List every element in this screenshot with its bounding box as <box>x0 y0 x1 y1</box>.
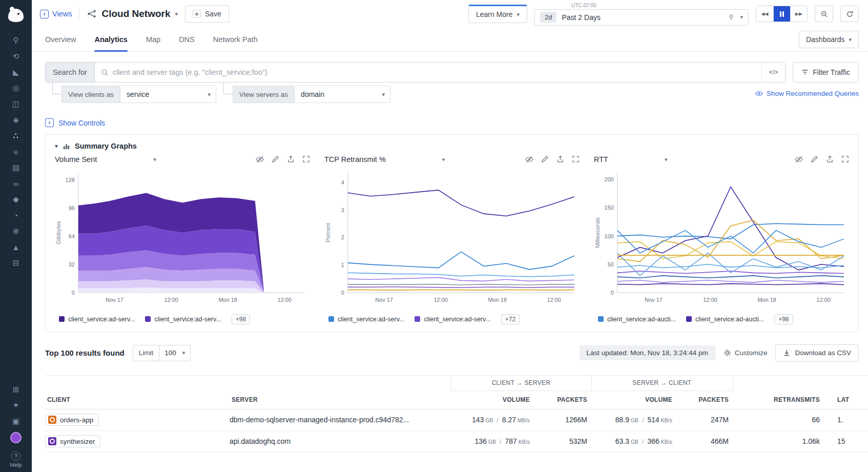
tab-overview[interactable]: Overview <box>45 28 76 51</box>
learn-more-button[interactable]: Learn More ▾ <box>468 5 527 23</box>
export-icon[interactable] <box>826 155 834 163</box>
search-input[interactable] <box>113 68 761 76</box>
hide-series-icon[interactable] <box>256 155 264 163</box>
col-cs-packets[interactable]: PACKETS <box>534 391 591 409</box>
tcp-retransmit-chart[interactable]: 01234Nov 1712:00Mon 1812:00Percent <box>324 167 580 312</box>
view-as-row: View clients as service ▾ View servers a… <box>45 86 859 103</box>
view-servers-select[interactable]: domain ▾ <box>294 86 390 103</box>
integrations-icon[interactable]: ◈ <box>8 114 24 126</box>
user-avatar[interactable] <box>10 432 22 443</box>
logs-icon[interactable]: ≡ <box>8 146 24 157</box>
legend-item[interactable]: client_service:ad-aucti... <box>598 316 676 323</box>
time-range-picker[interactable]: UTC-07:00 2d Past 2 Days ▾ <box>534 3 749 26</box>
time-range-box[interactable]: 2d Past 2 Days ▾ <box>534 9 749 26</box>
legend-item[interactable]: client_service:ad-serv... <box>59 316 135 323</box>
watchdog-icon[interactable]: ◫ <box>8 98 24 110</box>
infrastructure-icon[interactable]: ▤ <box>8 162 24 173</box>
pin-icon[interactable] <box>728 14 735 21</box>
error-tracking-icon[interactable]: ⊗ <box>8 225 24 237</box>
col-retransmits[interactable]: RETRANSMITS <box>733 391 824 409</box>
fullscreen-icon[interactable] <box>841 155 849 163</box>
search-icon[interactable]: ⚲ <box>8 35 24 46</box>
network-icon[interactable]: ∴ <box>8 130 24 141</box>
client-chip[interactable]: orders-app <box>45 414 99 426</box>
limit-select[interactable]: 100 ▾ <box>159 345 191 361</box>
view-clients-select[interactable]: service ▾ <box>120 86 216 103</box>
forward-button[interactable]: ▶▶ <box>790 6 807 22</box>
history-icon[interactable]: ⟲ <box>8 51 24 62</box>
profiling-icon[interactable]: ▲ <box>8 241 24 253</box>
rtt-chart[interactable]: 050100150200Nov 1712:00Mon 1812:00Millis… <box>594 167 849 312</box>
synthetics-icon[interactable]: ◔ <box>8 210 24 221</box>
hide-series-icon[interactable] <box>525 155 533 163</box>
save-button[interactable]: + Save <box>185 5 229 23</box>
col-cs-volume[interactable]: VOLUME <box>451 391 534 409</box>
agent-icon[interactable]: ⊞ <box>8 384 24 395</box>
chevron-down-icon[interactable]: ▾ <box>740 14 743 20</box>
hide-series-icon[interactable] <box>795 155 803 163</box>
collapse-chevron-icon[interactable]: ▾ <box>55 142 58 150</box>
server-cell[interactable]: api.datadoghq.com <box>230 430 451 452</box>
chevron-down-icon[interactable]: ▾ <box>175 11 178 17</box>
layers-icon[interactable]: ▣ <box>8 416 24 427</box>
legend-item[interactable]: client_service:ad-aucti... <box>686 316 764 323</box>
dashboards-icon[interactable]: ◎ <box>8 83 24 94</box>
ci-icon[interactable]: ⊟ <box>8 257 24 269</box>
summary-graphs-header[interactable]: ▾ Summary Graphs <box>55 142 849 150</box>
client-chip[interactable]: synthesizer <box>45 435 100 447</box>
refresh-button[interactable] <box>840 6 859 22</box>
zoom-out-button[interactable] <box>815 6 833 22</box>
legend-more-badge[interactable]: +72 <box>501 314 520 324</box>
legend-more-badge[interactable]: +98 <box>774 314 793 324</box>
svg-text:3: 3 <box>341 207 344 213</box>
edit-icon[interactable] <box>811 155 818 163</box>
datadog-logo[interactable] <box>6 5 26 26</box>
server-cell[interactable]: dbm-demo-sqlserver-managed-instance-prod… <box>230 409 451 430</box>
show-recommended-queries-link[interactable]: Show Recommended Queries <box>755 90 859 97</box>
show-controls-link[interactable]: › Show Controls <box>45 118 105 127</box>
help-button[interactable]: ? Help <box>10 452 22 468</box>
table-row[interactable]: synthesizer api.datadoghq.com 136GB/787K… <box>45 430 868 452</box>
tab-dns[interactable]: DNS <box>179 28 195 51</box>
legend-item[interactable]: client_service:ad-serv... <box>415 316 490 323</box>
legend-more-badge[interactable]: +98 <box>232 314 250 324</box>
fullscreen-icon[interactable] <box>572 155 580 163</box>
export-icon[interactable] <box>556 155 564 163</box>
tab-network-path[interactable]: Network Path <box>213 28 258 51</box>
save-label: Save <box>205 10 221 18</box>
filter-traffic-button[interactable]: Filter Traffic <box>793 62 859 83</box>
legend-item[interactable]: client_service:ad-serv... <box>145 316 221 323</box>
edit-icon[interactable] <box>541 155 549 163</box>
edit-icon[interactable] <box>272 155 279 163</box>
volume-sent-chart[interactable]: 0326496128Nov 1712:00Mon 1812:00Gibibyte… <box>55 167 310 312</box>
chart-metric-select[interactable]: Volume Sent ▾ <box>55 155 156 163</box>
chart-title: RTT <box>594 155 608 163</box>
col-server[interactable]: SERVER <box>230 391 451 409</box>
col-latency[interactable]: LAT <box>824 391 868 409</box>
tab-map[interactable]: Map <box>146 28 160 51</box>
fullscreen-icon[interactable] <box>302 155 310 163</box>
col-sc-volume[interactable]: VOLUME <box>591 391 676 409</box>
sparkle-icon[interactable]: ✦ <box>8 400 24 411</box>
backward-button[interactable]: ◀◀ <box>756 6 773 22</box>
export-icon[interactable] <box>287 155 295 163</box>
pause-button[interactable] <box>773 6 790 22</box>
col-sc-packets[interactable]: PACKETS <box>676 391 733 409</box>
chart-metric-select[interactable]: TCP Retransmit % ▾ <box>324 155 445 163</box>
sc-volume-cell: 88.9GB/514KB/s <box>591 409 676 430</box>
tab-analytics[interactable]: Analytics <box>94 28 127 51</box>
security-icon[interactable]: ◆ <box>8 194 24 205</box>
col-client[interactable]: CLIENT <box>45 391 230 409</box>
download-csv-button[interactable]: Download as CSV <box>775 344 859 362</box>
code-toggle-button[interactable]: </> <box>761 63 785 82</box>
customize-button[interactable]: Customize <box>724 349 768 357</box>
page-title-group[interactable]: Cloud Network ▾ <box>87 8 178 19</box>
apm-icon[interactable]: ∞ <box>8 178 24 189</box>
views-button[interactable]: › Views <box>40 10 72 18</box>
table-row[interactable]: orders-app dbm-demo-sqlserver-managed-in… <box>45 409 868 430</box>
dashboards-button[interactable]: Dashboards ▾ <box>799 31 859 48</box>
metrics-icon[interactable]: ◣ <box>8 67 24 78</box>
legend-item[interactable]: client_service:ad-serv... <box>328 316 404 323</box>
chart-metric-select[interactable]: RTT ▾ <box>594 155 667 163</box>
legend-swatch <box>598 316 604 322</box>
